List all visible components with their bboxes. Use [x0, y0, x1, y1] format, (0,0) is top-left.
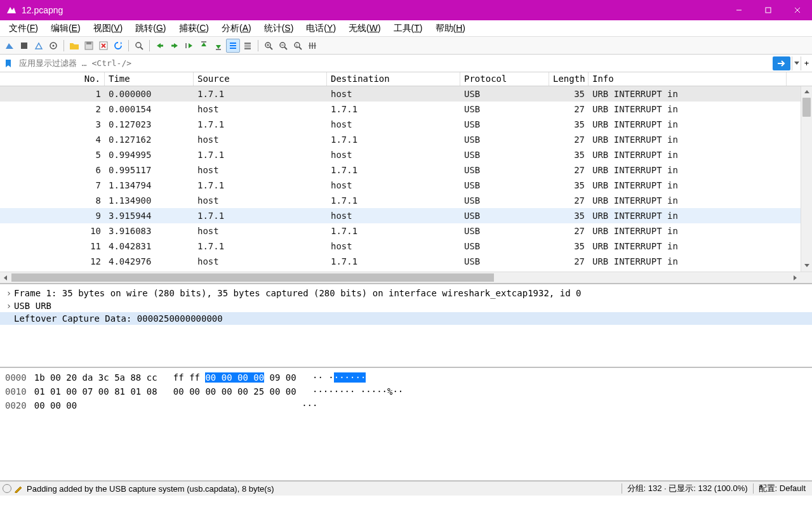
column-header-info[interactable]: Info: [589, 72, 787, 86]
menu-编辑e[interactable]: 编辑(E): [46, 22, 86, 36]
details-text: Leftover Capture Data: 0000250000000000: [14, 313, 223, 324]
scrollbar-thumb[interactable]: [11, 273, 494, 282]
details-row[interactable]: Leftover Capture Data: 0000250000000000: [0, 312, 812, 325]
scrollbar-track[interactable]: [801, 98, 812, 260]
svg-point-12: [136, 43, 141, 48]
go-last-button[interactable]: [211, 39, 225, 53]
hex-row[interactable]: 001001 01 00 07 00 81 01 08 00 00 00 00 …: [5, 384, 807, 398]
svg-point-6: [53, 44, 55, 46]
menu-工具t[interactable]: 工具(T): [389, 22, 428, 36]
svg-text:1: 1: [296, 43, 298, 47]
go-back-button[interactable]: [153, 39, 167, 53]
svg-rect-4: [21, 43, 27, 49]
menu-电话y[interactable]: 电话(Y): [301, 22, 341, 36]
resize-columns-button[interactable]: [305, 39, 319, 53]
svg-line-31: [284, 47, 287, 49]
details-row[interactable]: ›Frame 1: 35 bytes on wire (280 bits), 3…: [0, 287, 812, 299]
edit-icon[interactable]: [14, 484, 23, 493]
packet-bytes-pane[interactable]: 00001b 00 20 da 3c 5a 88 cc ff ff 00 00 …: [0, 368, 812, 481]
packet-row[interactable]: 81.134900host1.7.1USB27URB_INTERRUPT in: [0, 193, 812, 208]
packet-row[interactable]: 30.1270231.7.1hostUSB35URB_INTERRUPT in: [0, 117, 812, 132]
svg-rect-14: [160, 44, 163, 46]
apply-filter-button[interactable]: [773, 56, 790, 70]
maximize-button[interactable]: [754, 0, 783, 20]
scroll-left-button[interactable]: [0, 272, 11, 283]
scroll-up-button[interactable]: [801, 86, 812, 98]
close-button[interactable]: [783, 0, 812, 20]
column-header-no[interactable]: No.: [0, 72, 105, 86]
packet-row[interactable]: 103.916083host1.7.1USB27URB_INTERRUPT in: [0, 223, 812, 239]
filter-dropdown-button[interactable]: [792, 56, 801, 70]
status-profile[interactable]: 配置: Default: [755, 483, 809, 494]
go-to-packet-button[interactable]: [182, 39, 196, 53]
scrollbar-thumb[interactable]: [802, 98, 811, 117]
menu-视图v[interactable]: 视图(V): [88, 22, 128, 36]
packet-row[interactable]: 10.0000001.7.1hostUSB35URB_INTERRUPT in: [0, 86, 812, 102]
titlebar[interactable]: 12.pcapng: [0, 0, 812, 20]
toolbar-separator: [149, 40, 150, 51]
go-first-button[interactable]: [197, 39, 211, 53]
toolbar-separator: [63, 40, 64, 51]
column-header-destination[interactable]: Destination: [327, 72, 460, 86]
bookmark-icon[interactable]: [1, 56, 15, 70]
column-header-source[interactable]: Source: [194, 72, 327, 86]
scroll-right-button[interactable]: [789, 272, 801, 283]
menu-分析a[interactable]: 分析(A): [216, 22, 256, 36]
packet-row[interactable]: 114.0428311.7.1hostUSB35URB_INTERRUPT in: [0, 239, 812, 254]
column-header-time[interactable]: Time: [105, 72, 194, 86]
shark-fin-icon[interactable]: [3, 39, 17, 53]
auto-scroll-button[interactable]: [226, 39, 240, 53]
reload-button[interactable]: [111, 39, 125, 53]
packet-row[interactable]: 50.9949951.7.1hostUSB35URB_INTERRUPT in: [0, 147, 812, 162]
expand-icon[interactable]: ›: [4, 288, 14, 298]
zoom-in-button[interactable]: [262, 39, 276, 53]
details-text: Frame 1: 35 bytes on wire (280 bits), 35…: [14, 288, 581, 298]
column-header-length[interactable]: Length: [549, 72, 589, 86]
menu-文件f[interactable]: 文件(F): [4, 22, 43, 36]
packet-list-header[interactable]: No. Time Source Destination Protocol Len…: [0, 72, 812, 86]
menu-帮助h[interactable]: 帮助(H): [430, 22, 470, 36]
menu-捕获c[interactable]: 捕获(C): [174, 22, 214, 36]
hex-row[interactable]: 00001b 00 20 da 3c 5a 88 cc ff ff 00 00 …: [5, 371, 807, 384]
toolbar-separator: [258, 40, 258, 51]
vertical-scrollbar[interactable]: [801, 86, 812, 272]
packet-row[interactable]: 71.1347941.7.1hostUSB35URB_INTERRUPT in: [0, 178, 812, 193]
menu-统计s[interactable]: 统计(S): [259, 22, 299, 36]
packet-list-body[interactable]: 10.0000001.7.1hostUSB35URB_INTERRUPT in2…: [0, 86, 812, 272]
status-packet-count: 分组: 132 · 已显示: 132 (100.0%): [623, 483, 752, 494]
packet-row[interactable]: 60.995117host1.7.1USB27URB_INTERRUPT in: [0, 162, 812, 178]
packet-row[interactable]: 134.2500131.7.1hostUSB35URB INTERRUPT in: [0, 269, 812, 272]
packet-row[interactable]: 40.127162host1.7.1USB27URB_INTERRUPT in: [0, 132, 812, 147]
colorize-button[interactable]: [241, 39, 255, 53]
hex-row[interactable]: 002000 00 00 ···: [5, 398, 807, 412]
scrollbar-track[interactable]: [11, 272, 789, 283]
zoom-reset-button[interactable]: 1: [291, 39, 305, 53]
packet-details-pane[interactable]: ›Frame 1: 35 bytes on wire (280 bits), 3…: [0, 284, 812, 368]
menu-跳转g[interactable]: 跳转(G): [130, 22, 171, 36]
packet-row[interactable]: 93.9159441.7.1hostUSB35URB_INTERRUPT in: [0, 208, 812, 223]
zoom-out-button[interactable]: [276, 39, 290, 53]
open-file-button[interactable]: [67, 39, 81, 53]
svg-rect-8: [86, 42, 91, 44]
capture-options-button[interactable]: [46, 39, 60, 53]
restart-capture-button[interactable]: [32, 39, 46, 53]
find-button[interactable]: [132, 39, 146, 53]
column-header-protocol[interactable]: Protocol: [460, 72, 549, 86]
close-file-button[interactable]: [97, 39, 110, 53]
menu-无线w[interactable]: 无线(W): [343, 22, 386, 36]
go-forward-button[interactable]: [168, 39, 182, 53]
details-row[interactable]: ›USB URB: [0, 299, 812, 312]
save-file-button[interactable]: [82, 39, 96, 53]
packet-row[interactable]: 20.000154host1.7.1USB27URB_INTERRUPT in: [0, 102, 812, 117]
minimize-button[interactable]: [724, 0, 754, 20]
horizontal-scrollbar[interactable]: [0, 272, 812, 283]
stop-capture-button[interactable]: [17, 39, 31, 53]
add-filter-button[interactable]: +: [801, 56, 812, 70]
packet-row[interactable]: 124.042976host1.7.1USB27URB_INTERRUPT in: [0, 254, 812, 269]
window-controls: [724, 0, 812, 20]
scroll-down-button[interactable]: [801, 260, 812, 272]
expand-icon[interactable]: ›: [4, 301, 14, 311]
display-filter-input[interactable]: [17, 56, 773, 70]
packet-list-pane: No. Time Source Destination Protocol Len…: [0, 72, 812, 284]
expert-info-icon[interactable]: [3, 484, 11, 493]
